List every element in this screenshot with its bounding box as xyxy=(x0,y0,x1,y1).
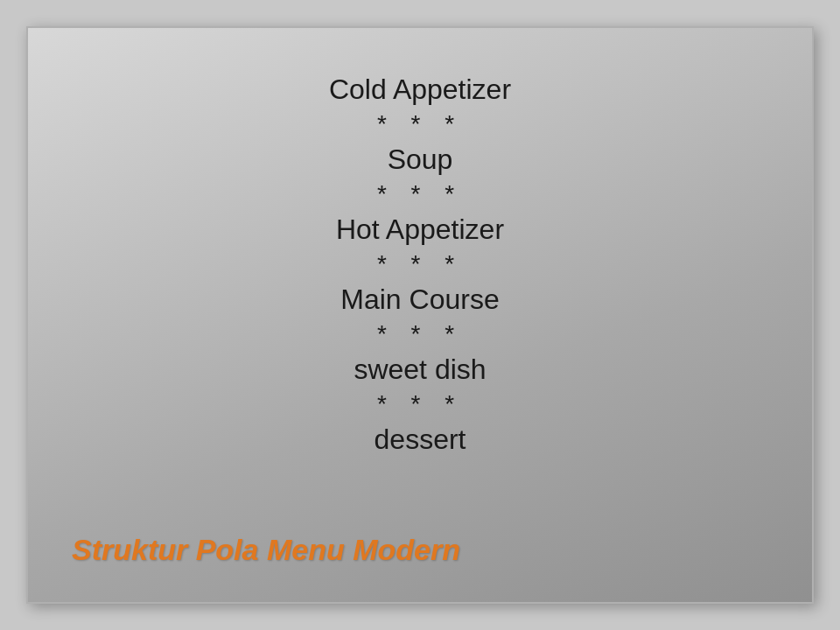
menu-list: Cold Appetizer * * * Soup * * * Hot Appe… xyxy=(329,72,511,458)
slide-container: Cold Appetizer * * * Soup * * * Hot Appe… xyxy=(26,26,814,604)
separator-stars-3: * * * xyxy=(377,248,463,280)
separator-stars-2: * * * xyxy=(377,178,463,210)
menu-item-sweet-dish: sweet dish xyxy=(354,352,486,388)
slide-footer-title: Struktur Pola Menu Modern xyxy=(72,533,460,567)
menu-item-soup: Soup xyxy=(388,142,453,178)
separator-4: * * * xyxy=(377,318,463,352)
menu-title-soup: Soup xyxy=(388,142,453,178)
separator-5: * * * xyxy=(377,388,463,422)
menu-item-main-course: Main Course xyxy=(340,282,499,318)
separator-3: * * * xyxy=(377,248,463,282)
menu-item-hot-appetizer: Hot Appetizer xyxy=(336,212,504,248)
menu-item-dessert: dessert xyxy=(374,422,466,458)
menu-title-hot-appetizer: Hot Appetizer xyxy=(336,212,504,248)
separator-stars-1: * * * xyxy=(377,108,463,140)
menu-title-cold-appetizer: Cold Appetizer xyxy=(329,72,511,108)
menu-item-cold-appetizer: Cold Appetizer xyxy=(329,72,511,108)
menu-title-dessert: dessert xyxy=(374,422,466,458)
separator-stars-4: * * * xyxy=(377,318,463,350)
separator-stars-5: * * * xyxy=(377,388,463,420)
separator-1: * * * xyxy=(377,108,463,142)
menu-title-sweet-dish: sweet dish xyxy=(354,352,486,388)
menu-title-main-course: Main Course xyxy=(340,282,499,318)
separator-2: * * * xyxy=(377,178,463,212)
